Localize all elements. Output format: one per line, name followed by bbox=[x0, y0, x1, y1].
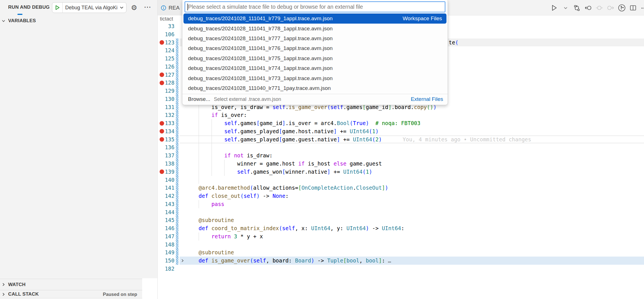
modified-lines-gutter-stripe bbox=[176, 184, 178, 192]
code-line-139[interactable]: 139 self.games_won[winner.native] += UIn… bbox=[158, 168, 644, 176]
overflowing-code-fragment: te( bbox=[449, 38, 458, 47]
code-line-138[interactable]: 138 winner = game.host if is_host else g… bbox=[158, 160, 644, 168]
quickpick-item-6[interactable]: debug_traces/20241028_111041_lr773_1appl… bbox=[182, 73, 448, 83]
code-line-182[interactable]: 182 bbox=[158, 265, 644, 273]
modified-lines-gutter-stripe bbox=[176, 79, 178, 87]
modified-lines-gutter-stripe bbox=[176, 248, 178, 257]
quickpick-list: debug_traces/20241028_111041_lr779_1appl… bbox=[182, 13, 448, 93]
quickpick-item-7[interactable]: debug_traces/20241028_111040_lr771_1pay.… bbox=[182, 83, 448, 93]
git-blame-annotation: You, 4 minutes ago • Uncommitted changes bbox=[403, 136, 531, 142]
code-line-134[interactable]: 134 self.games_played[game.host.native] … bbox=[158, 127, 644, 135]
line-number: 132 bbox=[159, 111, 174, 119]
play-icon[interactable] bbox=[550, 4, 558, 12]
quickpick-item-3[interactable]: debug_traces/20241028_111041_lr776_1appl… bbox=[182, 44, 448, 53]
variables-section-header[interactable]: VARIABLES bbox=[0, 16, 157, 25]
line-number: 137 bbox=[159, 151, 174, 160]
line-number: 139 bbox=[159, 168, 174, 176]
state-next-icon[interactable] bbox=[607, 4, 614, 12]
item-label: debug_traces/20241028_111040_lr771_1pay.… bbox=[188, 85, 331, 91]
code-line-133[interactable]: 133 self.games[game_id].is_over = arc4.B… bbox=[158, 119, 644, 127]
line-number: 135 bbox=[159, 135, 174, 144]
code-text: winner = game.host if is_host else game.… bbox=[186, 160, 382, 168]
external-files-link[interactable]: External Files bbox=[411, 96, 443, 102]
start-debug-button[interactable] bbox=[52, 3, 63, 13]
code-text: @arc4.baremethod(allow_actions=[OnComple… bbox=[186, 184, 388, 192]
line-number: 130 bbox=[159, 95, 174, 103]
chevron-right-icon bbox=[1, 292, 6, 296]
breadcrumb[interactable]: tictact bbox=[160, 16, 173, 22]
more-icon[interactable] bbox=[640, 4, 644, 12]
code-line-142[interactable]: 142 def close_out(self) -> None: bbox=[158, 192, 644, 200]
quickpick-item-4[interactable]: debug_traces/20241028_111041_lr775_1appl… bbox=[182, 53, 448, 63]
line-number: 125 bbox=[159, 55, 174, 63]
sidebar-scrollbar-track[interactable] bbox=[142, 278, 157, 299]
modified-lines-gutter-stripe bbox=[176, 38, 178, 47]
code-line-148[interactable]: 148 bbox=[158, 241, 644, 249]
modified-lines-gutter-stripe bbox=[176, 95, 178, 103]
code-line-141[interactable]: 141 @arc4.baremethod(allow_actions=[OnCo… bbox=[158, 184, 644, 192]
play-icon bbox=[54, 4, 60, 11]
code-line-143[interactable]: 143 pass bbox=[158, 200, 644, 208]
line-number: 143 bbox=[159, 200, 174, 208]
quickpick-item-1[interactable]: debug_traces/20241028_111041_lr778_1appl… bbox=[182, 24, 448, 33]
code-line-146[interactable]: 146 def coord_to_matrix_index(self, x: U… bbox=[158, 224, 644, 232]
code-line-150[interactable]: 150 def is_game_over(self, board: Board)… bbox=[158, 257, 644, 265]
vscode-debug-window: { "colors": { "selected_row": "#0d5fc6",… bbox=[0, 0, 644, 299]
call-stack-section-label: CALL STACK bbox=[8, 291, 39, 297]
workspace-files-badge: Workspace Files bbox=[403, 15, 442, 22]
code-line-137[interactable]: 137 if not is_draw: bbox=[158, 151, 644, 160]
code-line-145[interactable]: 145 @subroutine bbox=[158, 216, 644, 224]
tab-readme[interactable]: REA bbox=[158, 0, 183, 15]
code-line-147[interactable]: 147 return 3 * y + x bbox=[158, 232, 644, 241]
tab-label: REA bbox=[169, 5, 180, 11]
chevron-down-icon[interactable] bbox=[562, 4, 570, 12]
code-line-149[interactable]: 149 @subroutine bbox=[158, 248, 644, 257]
line-number: 142 bbox=[159, 192, 174, 200]
quickpick-item-2[interactable]: debug_traces/20241028_111041_lr777_1appl… bbox=[182, 33, 448, 43]
fold-chevron-icon[interactable] bbox=[180, 257, 185, 264]
launch-config-label: Debug TEAL via AlgoKi bbox=[63, 5, 119, 11]
modified-lines-gutter-stripe bbox=[176, 208, 178, 216]
quickpick-input-wrap: Please select a simulate trace file to d… bbox=[182, 0, 448, 13]
code-line-135[interactable]: 135 self.games_played[game.guest.native]… bbox=[158, 135, 644, 144]
modified-lines-gutter-stripe bbox=[176, 257, 178, 265]
line-number: 146 bbox=[159, 224, 174, 232]
code-line-144[interactable]: 144 bbox=[158, 208, 644, 216]
debug-session-progress-bar bbox=[17, 14, 22, 15]
line-number: 33 bbox=[159, 22, 174, 30]
quickpick-item-0[interactable]: debug_traces/20241028_111041_lr779_1appl… bbox=[183, 13, 446, 24]
line-number: 140 bbox=[159, 176, 174, 184]
code-text: if not is_draw: bbox=[186, 151, 273, 160]
text-cursor bbox=[187, 4, 188, 10]
state-prev-icon[interactable] bbox=[595, 4, 603, 12]
modified-lines-gutter-stripe bbox=[176, 87, 178, 95]
modified-lines-gutter-stripe bbox=[176, 192, 178, 200]
code-line-136[interactable]: 136 bbox=[158, 143, 644, 151]
item-label: debug_traces/20241028_111041_lr777_1appl… bbox=[188, 35, 333, 42]
browse-external-item[interactable]: Browse... Select external .trace.avm.jso… bbox=[182, 94, 448, 105]
code-line-140[interactable]: 140 bbox=[158, 176, 644, 184]
indent-guide bbox=[199, 176, 199, 184]
gear-icon[interactable]: ⚙ bbox=[131, 4, 137, 12]
split-editor-icon[interactable] bbox=[629, 4, 637, 12]
line-number: 145 bbox=[159, 216, 174, 224]
call-stack-section-header[interactable]: CALL STACK Paused on step bbox=[0, 290, 157, 298]
code-text: self.games_played[game.guest.native] += … bbox=[186, 135, 531, 144]
line-number: 149 bbox=[159, 248, 174, 257]
route-icon[interactable] bbox=[573, 4, 581, 12]
views-more-icon[interactable]: ⋯ bbox=[144, 3, 151, 11]
step-back-icon[interactable] bbox=[584, 4, 592, 12]
code-text: self.games[game_id].is_over = arc4.Bool(… bbox=[186, 119, 420, 127]
watch-section-header[interactable]: WATCH bbox=[0, 279, 157, 290]
code-line-132[interactable]: 132 if is_over: bbox=[158, 111, 644, 119]
code-text: def close_out(self) -> None: bbox=[186, 192, 289, 200]
graph-icon[interactable] bbox=[618, 4, 626, 12]
folded-code-ellipsis[interactable]: … bbox=[388, 257, 391, 264]
launch-config-dropdown[interactable]: Debug TEAL via AlgoKi bbox=[52, 2, 126, 13]
code-text: def coord_to_matrix_index(self, x: UInt6… bbox=[186, 224, 404, 232]
trace-file-input[interactable]: Please select a simulate trace file to d… bbox=[185, 1, 445, 12]
quickpick-item-5[interactable]: debug_traces/20241028_111041_lr774_1appl… bbox=[182, 64, 448, 73]
modified-lines-gutter-stripe bbox=[176, 127, 178, 135]
chevron-right-icon bbox=[1, 282, 6, 287]
modified-lines-gutter-stripe bbox=[176, 216, 178, 224]
